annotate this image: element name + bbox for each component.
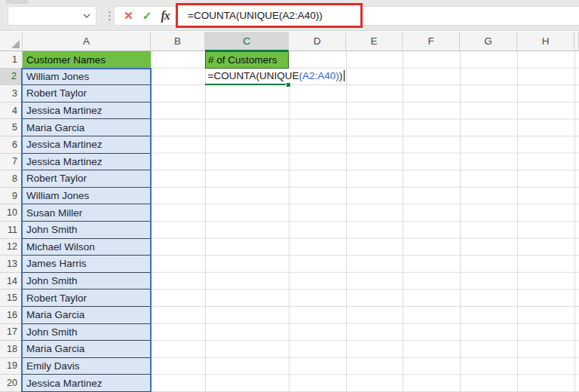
formula-buttons-group: ✕ ✓ fx xyxy=(114,6,179,26)
row-header-2[interactable]: 2 xyxy=(0,69,23,86)
cell-a12[interactable]: Michael Wilson xyxy=(23,239,151,256)
cell-c2-editing[interactable]: =COUNTA(UNIQUE(A2:A40)) xyxy=(206,69,345,84)
column-header-d[interactable]: D xyxy=(289,32,346,51)
formula-toolbar: ⋮ ✕ ✓ fx =COUNTA(UNIQUE(A2:A40)) xyxy=(0,0,579,31)
cell-c1-header[interactable]: # of Customers xyxy=(205,51,289,69)
select-all-button[interactable] xyxy=(0,32,23,51)
gridline xyxy=(151,51,152,392)
gridline xyxy=(574,51,575,392)
column-header-row: A B C D E F G H xyxy=(0,32,579,51)
cell-a1-header[interactable]: Customer Names xyxy=(23,51,151,69)
window-notch xyxy=(6,0,29,4)
formula-highlight-box: =COUNTA(UNIQUE(A2:A40)) xyxy=(176,3,363,28)
row-header-1[interactable]: 1 xyxy=(0,51,23,69)
cancel-icon[interactable]: ✕ xyxy=(124,9,133,23)
row-header-20[interactable]: 20 xyxy=(0,375,23,392)
insert-function-icon[interactable]: fx xyxy=(161,9,170,23)
column-header-c[interactable]: C xyxy=(205,32,289,51)
gridline xyxy=(517,51,518,392)
column-header-e[interactable]: E xyxy=(346,32,403,51)
column-a-cells: Customer Names William Jones Robert Tayl… xyxy=(23,51,151,392)
row-header-7[interactable]: 7 xyxy=(0,154,23,171)
row-header-11[interactable]: 11 xyxy=(0,222,23,239)
row-header-13[interactable]: 13 xyxy=(0,256,23,273)
cell-a9[interactable]: William Jones xyxy=(23,188,151,205)
column-header-g[interactable]: G xyxy=(460,32,517,51)
column-header-h[interactable]: H xyxy=(517,32,574,51)
row-header-3[interactable]: 3 xyxy=(0,85,23,103)
text-cursor xyxy=(344,70,345,81)
active-cell-bottom-border xyxy=(205,84,289,85)
column-header-filler xyxy=(574,32,579,51)
row-header-5[interactable]: 5 xyxy=(0,119,23,136)
row-header-9[interactable]: 9 xyxy=(0,188,23,205)
chevron-down-icon[interactable] xyxy=(83,14,90,18)
gridline xyxy=(346,51,347,392)
row-header-17[interactable]: 17 xyxy=(0,324,23,341)
row-header-16[interactable]: 16 xyxy=(0,307,23,324)
row-header-6[interactable]: 6 xyxy=(0,136,23,154)
row-header-column: 1 2 3 4 5 6 7 8 9 10 11 12 13 14 15 16 1… xyxy=(0,51,23,392)
cell-a4[interactable]: Jessica Martinez xyxy=(23,103,151,120)
cell-a3[interactable]: Robert Taylor xyxy=(23,85,151,103)
cell-a18[interactable]: Maria Garcia xyxy=(23,341,151,358)
formula-bar-text[interactable]: =COUNTA(UNIQUE(A2:A40)) xyxy=(178,10,323,21)
name-box[interactable] xyxy=(8,6,96,26)
row-header-14[interactable]: 14 xyxy=(0,273,23,290)
gridline xyxy=(460,51,461,392)
column-header-b[interactable]: B xyxy=(151,32,205,51)
enter-icon[interactable]: ✓ xyxy=(142,9,152,23)
gridline xyxy=(205,51,206,392)
fill-handle[interactable] xyxy=(286,82,291,87)
formula-text-range-ref: (A2:A40) xyxy=(299,70,339,81)
row-header-15[interactable]: 15 xyxy=(0,289,23,307)
cell-a15[interactable]: Robert Taylor xyxy=(23,289,151,307)
row-header-8[interactable]: 8 xyxy=(0,170,23,188)
formula-text-post: ) xyxy=(339,70,343,81)
cell-a8[interactable]: Robert Taylor xyxy=(23,170,151,188)
sheet-grid[interactable]: 1 2 3 4 5 6 7 8 9 10 11 12 13 14 15 16 1… xyxy=(0,51,579,392)
excel-window: ⋮ ✕ ✓ fx =COUNTA(UNIQUE(A2:A40)) A B C D… xyxy=(0,0,579,392)
cell-a20[interactable]: Jessica Martinez xyxy=(23,375,151,392)
row-header-10[interactable]: 10 xyxy=(0,204,23,222)
cell-a2[interactable]: William Jones xyxy=(23,69,151,86)
cell-a13[interactable]: James Harris xyxy=(23,256,151,273)
formula-text-pre: =COUNTA(UNIQUE xyxy=(208,70,299,81)
row-header-12[interactable]: 12 xyxy=(0,239,23,256)
cell-a19[interactable]: Emily Davis xyxy=(23,358,151,375)
cell-a16[interactable]: Maria Garcia xyxy=(23,307,151,324)
column-header-f[interactable]: F xyxy=(403,32,460,51)
cell-a7[interactable]: Jessica Martinez xyxy=(23,154,151,171)
cell-a17[interactable]: John Smith xyxy=(23,324,151,341)
gridline xyxy=(403,51,403,392)
cell-a5[interactable]: Maria Garcia xyxy=(23,119,151,136)
column-header-a[interactable]: A xyxy=(23,32,151,51)
cell-a14[interactable]: John Smith xyxy=(23,273,151,290)
row-header-19[interactable]: 19 xyxy=(0,358,23,375)
select-all-triangle-icon xyxy=(11,40,20,48)
cell-a6[interactable]: Jessica Martinez xyxy=(23,136,151,154)
gridline xyxy=(289,51,290,392)
row-header-4[interactable]: 4 xyxy=(0,103,23,120)
cell-a10[interactable]: Susan Miller xyxy=(23,204,151,222)
cell-a11[interactable]: John Smith xyxy=(23,222,151,239)
row-header-18[interactable]: 18 xyxy=(0,341,23,358)
